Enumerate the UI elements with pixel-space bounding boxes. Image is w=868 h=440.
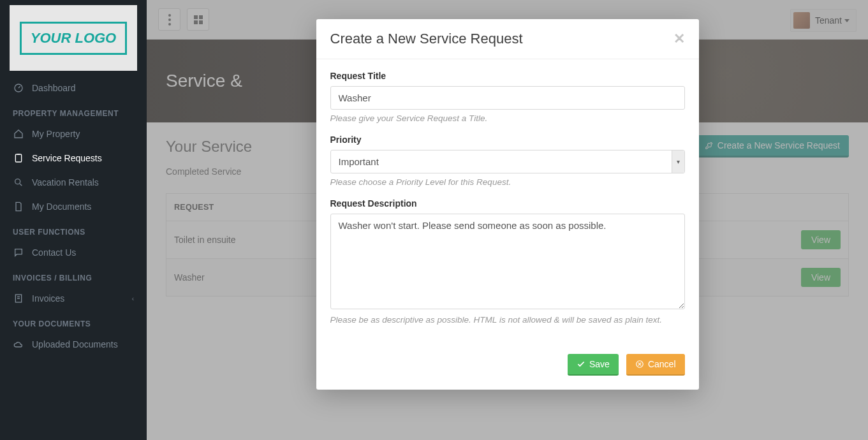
check-icon xyxy=(577,360,585,369)
svg-rect-1 xyxy=(15,154,21,162)
modal-title: Create a New Service Request xyxy=(330,31,523,47)
svg-point-2 xyxy=(15,179,20,184)
sidebar-item-contact-us[interactable]: Contact Us xyxy=(0,240,147,265)
sidebar-item-vacation-rentals[interactable]: Vacation Rentals xyxy=(0,170,147,194)
sidebar-item-label: Vacation Rentals xyxy=(32,177,99,187)
description-textarea[interactable] xyxy=(330,214,685,309)
save-button[interactable]: Save xyxy=(568,354,619,376)
logo: YOUR LOGO xyxy=(10,5,137,71)
sidebar-section-property-management: PROPERTY MANAGEMENT xyxy=(0,100,147,122)
sidebar: YOUR LOGO Dashboard PROPERTY MANAGEMENT … xyxy=(0,0,147,440)
modal-footer: Save Cancel xyxy=(316,342,699,390)
sidebar-item-my-property[interactable]: My Property xyxy=(0,122,147,146)
clipboard-icon xyxy=(13,152,24,164)
priority-label: Priority xyxy=(330,135,685,145)
description-label: Request Description xyxy=(330,198,685,209)
sidebar-item-label: Uploaded Documents xyxy=(32,339,118,349)
sidebar-item-label: My Property xyxy=(32,129,80,139)
sidebar-item-label: My Documents xyxy=(32,202,91,212)
gauge-icon xyxy=(13,82,24,94)
priority-help: Please choose a Priority Level for this … xyxy=(330,177,685,187)
logo-text: YOUR LOGO xyxy=(20,22,127,55)
invoice-icon xyxy=(13,293,24,304)
request-title-group: Request Title Please give your Service R… xyxy=(330,71,685,123)
priority-select[interactable]: Important xyxy=(330,150,685,173)
request-title-input[interactable] xyxy=(330,86,685,110)
sidebar-item-uploaded-documents[interactable]: Uploaded Documents xyxy=(0,332,147,356)
chat-icon xyxy=(13,247,24,258)
home-icon xyxy=(13,128,24,140)
modal-header: Create a New Service Request ✕ xyxy=(316,19,699,59)
chevron-left-icon: ‹ xyxy=(132,295,134,302)
sidebar-item-label: Invoices xyxy=(32,293,64,304)
close-icon[interactable]: ✕ xyxy=(673,31,685,47)
description-help: Please be as descriptive as possible. HT… xyxy=(330,315,685,325)
description-group: Request Description Please be as descrip… xyxy=(330,198,685,325)
modal-overlay[interactable]: Create a New Service Request ✕ Request T… xyxy=(147,0,868,440)
sidebar-item-my-documents[interactable]: My Documents xyxy=(0,194,147,219)
sidebar-item-label: Dashboard xyxy=(32,83,76,93)
request-title-help: Please give your Service Request a Title… xyxy=(330,114,685,123)
button-label: Save xyxy=(589,359,610,369)
sidebar-item-label: Service Requests xyxy=(32,153,102,163)
x-circle-icon xyxy=(635,360,644,369)
request-title-label: Request Title xyxy=(330,71,685,81)
sidebar-section-invoices-billing: INVOICES / BILLING xyxy=(0,265,147,286)
sidebar-section-your-documents: YOUR DOCUMENTS xyxy=(0,311,147,332)
modal-body: Request Title Please give your Service R… xyxy=(316,59,699,342)
sidebar-item-label: Contact Us xyxy=(32,247,76,258)
sidebar-item-dashboard[interactable]: Dashboard xyxy=(0,76,147,100)
sidebar-section-user-functions: USER FUNCTIONS xyxy=(0,219,147,240)
button-label: Cancel xyxy=(648,359,676,369)
priority-group: Priority Important ▾ Please choose a Pri… xyxy=(330,135,685,187)
search-icon xyxy=(13,177,24,188)
cancel-button[interactable]: Cancel xyxy=(626,354,685,376)
main: Tenant Service & Your Service Create a N… xyxy=(147,0,868,440)
cloud-icon xyxy=(13,339,24,350)
sidebar-item-service-requests[interactable]: Service Requests xyxy=(0,146,147,170)
sidebar-item-invoices[interactable]: Invoices ‹ xyxy=(0,286,147,311)
document-icon xyxy=(13,201,24,212)
create-service-request-modal: Create a New Service Request ✕ Request T… xyxy=(316,19,699,390)
